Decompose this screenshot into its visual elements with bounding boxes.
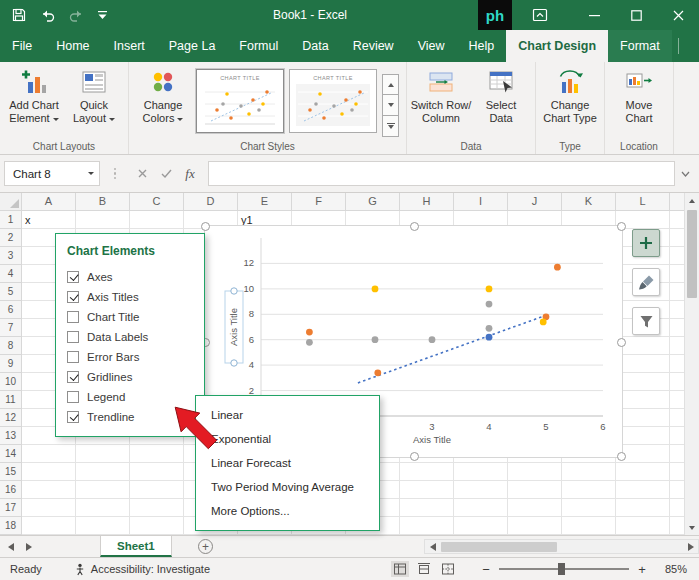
row-header-7[interactable]: 7 [0, 319, 21, 337]
chart-element-item-chart-title[interactable]: Chart Title [56, 307, 204, 327]
trendline-option-two-period-moving-average[interactable]: Two Period Moving Average [196, 475, 379, 499]
checkbox-data-labels[interactable] [67, 331, 79, 343]
checkbox-chart-title[interactable] [67, 311, 79, 323]
column-header-b[interactable]: B [76, 193, 130, 210]
chart-selection-handle[interactable] [201, 222, 210, 231]
qat-customize-button[interactable] [98, 11, 107, 20]
name-box[interactable]: Chart 8 [4, 161, 100, 186]
add-chart-element-button[interactable]: Add Chart Element [4, 64, 64, 125]
column-header-l[interactable]: L [616, 193, 670, 210]
chart-selection-handle[interactable] [617, 338, 626, 347]
ribbon-tab-data[interactable]: Data [290, 30, 340, 62]
vertical-scrollbar-thumb[interactable] [687, 210, 697, 298]
vertical-scrollbar[interactable] [684, 193, 699, 535]
checkbox-axis-titles[interactable] [67, 291, 79, 303]
cancel-entry-button[interactable] [130, 161, 154, 186]
move-chart-button[interactable]: Move Chart [609, 64, 669, 125]
close-button[interactable] [657, 0, 699, 30]
change-chart-type-button[interactable]: Change Chart Type [540, 64, 600, 125]
enter-entry-button[interactable] [154, 161, 178, 186]
row-header-15[interactable]: 15 [0, 463, 21, 481]
row-header-5[interactable]: 5 [0, 283, 21, 301]
minimize-button[interactable] [573, 0, 615, 30]
gallery-scroll-up-button[interactable] [382, 74, 399, 95]
row-header-17[interactable]: 17 [0, 499, 21, 517]
row-header-6[interactable]: 6 [0, 301, 21, 319]
zoom-in-button[interactable]: + [635, 562, 649, 577]
row-header-13[interactable]: 13 [0, 427, 21, 445]
page-break-preview-button[interactable] [439, 561, 457, 577]
row-header-12[interactable]: 12 [0, 409, 21, 427]
row-header-10[interactable]: 10 [0, 373, 21, 391]
chart-filters-button[interactable] [632, 307, 660, 335]
chart-selection-handle[interactable] [617, 222, 626, 231]
zoom-out-button[interactable]: − [479, 562, 493, 577]
sheet-nav-right-button[interactable] [26, 543, 32, 551]
checkbox-gridlines[interactable] [67, 371, 79, 383]
switch-row-column-button[interactable]: Switch Row/ Column [411, 64, 471, 125]
tell-me-button[interactable]: Tell me [688, 32, 699, 60]
chart-style-option-1[interactable]: CHART TITLE [196, 69, 284, 133]
chart-elements-button[interactable] [632, 229, 660, 257]
column-header-i[interactable]: I [454, 193, 508, 210]
scroll-down-button[interactable] [685, 520, 699, 535]
cell-a1[interactable]: x [25, 211, 31, 229]
ribbon-tab-review[interactable]: Review [341, 30, 406, 62]
zoom-level[interactable]: 85% [659, 563, 687, 575]
ribbon-tab-chart-design[interactable]: Chart Design [506, 30, 608, 62]
column-header-c[interactable]: C [130, 193, 184, 210]
ribbon-tab-page-la[interactable]: Page La [157, 30, 228, 62]
change-colors-button[interactable]: Change Colors [133, 64, 193, 125]
checkbox-error-bars[interactable] [67, 351, 79, 363]
formula-input[interactable] [208, 161, 675, 186]
name-box-dropdown-icon[interactable] [88, 172, 94, 175]
gallery-scroll-down-button[interactable] [382, 95, 399, 116]
sheet-tab-sheet1[interactable]: Sheet1 [100, 536, 172, 557]
checkbox-legend[interactable] [67, 391, 79, 403]
chart-selection-handle[interactable] [410, 452, 419, 461]
quick-layout-button[interactable]: Quick Layout [64, 64, 124, 125]
ribbon-tab-help[interactable]: Help [457, 30, 507, 62]
maximize-button[interactable] [615, 0, 657, 30]
accessibility-status[interactable]: Accessibility: Investigate [74, 563, 210, 576]
chart-styles-button[interactable] [632, 268, 660, 296]
select-data-button[interactable]: Select Data [471, 64, 531, 125]
column-header-g[interactable]: G [346, 193, 400, 210]
row-header-4[interactable]: 4 [0, 265, 21, 283]
row-header-11[interactable]: 11 [0, 391, 21, 409]
row-header-9[interactable]: 9 [0, 355, 21, 373]
page-layout-view-button[interactable] [415, 561, 433, 577]
new-sheet-button[interactable]: + [198, 539, 213, 554]
row-header-8[interactable]: 8 [0, 337, 21, 355]
row-header-3[interactable]: 3 [0, 247, 21, 265]
row-header-16[interactable]: 16 [0, 481, 21, 499]
ribbon-tab-format[interactable]: Format [608, 30, 672, 62]
insert-function-button[interactable]: fx [178, 161, 202, 186]
row-header-1[interactable]: 1 [0, 211, 21, 229]
zoom-slider-thumb[interactable] [558, 563, 565, 575]
horizontal-scrollbar-thumb[interactable] [441, 542, 557, 552]
ribbon-display-options-icon[interactable] [532, 7, 548, 25]
trendline-option-more-options[interactable]: More Options... [196, 499, 379, 523]
chart-element-item-data-labels[interactable]: Data Labels [56, 327, 204, 347]
formula-bar-expand-button[interactable] [675, 171, 695, 177]
row-header-2[interactable]: 2 [0, 229, 21, 247]
ribbon-tab-formul[interactable]: Formul [227, 30, 290, 62]
checkbox-axes[interactable] [67, 271, 79, 283]
column-header-j[interactable]: J [508, 193, 562, 210]
normal-view-button[interactable] [391, 561, 409, 577]
formula-bar-resizer[interactable] [108, 168, 122, 180]
chart-style-option-2[interactable]: CHART TITLE [289, 69, 377, 133]
column-header-d[interactable]: D [184, 193, 238, 210]
horizontal-scrollbar[interactable] [424, 539, 699, 554]
select-all-corner[interactable] [0, 193, 22, 210]
row-header-14[interactable]: 14 [0, 445, 21, 463]
chart-element-item-gridlines[interactable]: Gridlines [56, 367, 204, 387]
scroll-left-button[interactable] [425, 540, 440, 553]
row-header-18[interactable]: 18 [0, 517, 21, 535]
redo-button[interactable] [69, 9, 84, 22]
column-header-a[interactable]: A [22, 193, 76, 210]
ribbon-tab-home[interactable]: Home [44, 30, 101, 62]
column-header-e[interactable]: E [238, 193, 292, 210]
zoom-slider[interactable] [499, 568, 629, 570]
